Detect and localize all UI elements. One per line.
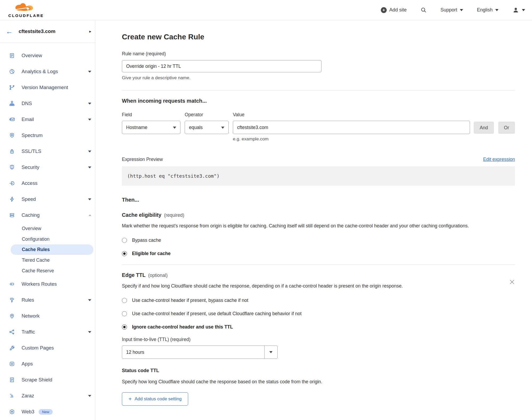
site-name: cftestsite3.com [19,28,55,34]
sidebar-item-overview[interactable]: Overview [0,48,95,64]
chevron-down-icon [495,9,498,11]
and-button[interactable]: And [474,122,494,134]
traffic-share-icon [9,329,15,335]
match-expression-row: Field Hostname Operator equals Value [122,112,515,142]
email-icon [9,116,15,123]
edge-ttl-heading: Edge TTL (optional) [122,272,515,278]
edit-expression-link[interactable]: Edit expression [483,157,515,162]
search-icon [420,7,427,13]
sidebar-item-ssl-tls[interactable]: SSL/TLS [0,143,95,159]
edge-ttl-options: Use cache-control header if present, byp… [122,298,515,330]
add-status-code-setting-button[interactable]: + Add status code setting [122,392,188,406]
sidebar-item-workers-routes[interactable]: Workers Routes [0,276,95,292]
version-icon [9,84,15,91]
field-select[interactable]: Hostname [122,121,180,134]
custom-pages-wrench-icon [9,345,15,351]
section-divider [122,90,515,90]
cloudflare-cloud-icon [10,2,42,13]
status-code-ttl-heading: Status code TTL [122,368,515,373]
sidebar-item-dns[interactable]: DNS [0,95,95,111]
match-heading: When incoming requests match... [122,98,515,104]
value-label: Value [233,112,470,118]
search-button[interactable] [420,7,427,13]
security-shield-icon [9,164,15,171]
sidebar-item-security[interactable]: Security [0,159,95,175]
radio-use-header-bypass[interactable]: Use cache-control header if present, byp… [122,298,515,303]
cloudflare-logo: CLOUDFLARE [0,2,47,18]
sidebar-item-email[interactable]: Email [0,111,95,127]
new-badge: New [39,409,53,415]
sidebar-item-rules[interactable]: Rules [0,292,95,308]
sidebar-subitem-configuration[interactable]: Configuration [0,234,95,244]
chevron-down-icon [88,198,91,200]
radio-use-header-default[interactable]: Use cache-control header if present, use… [122,311,515,317]
sidebar-item-apps[interactable]: Apps [0,356,95,372]
chevron-down-icon [88,299,91,301]
sidebar-item-network[interactable]: Network [0,308,95,324]
or-button[interactable]: Or [498,122,515,134]
operator-select[interactable]: equals [185,121,229,134]
sidebar-subitem-cache-reserve[interactable]: Cache Reserve [0,265,95,276]
language-menu[interactable]: English [477,7,498,13]
field-label: Field [122,112,180,118]
sidebar-item-spectrum[interactable]: Spectrum [0,127,95,143]
edge-ttl-description: Specify if and how long Cloudflare shoul… [122,282,451,290]
overview-icon [9,52,15,59]
user-icon [512,7,519,14]
cloudflare-wordmark: CLOUDFLARE [8,13,44,18]
sidebar-item-speed[interactable]: Speed [0,191,95,207]
radio-ignore-header-use-ttl[interactable]: Ignore cache-control header and use this… [122,324,515,330]
sidebar-subitem-caching-overview[interactable]: Overview [0,223,95,234]
ttl-select[interactable]: 12 hours [122,346,278,359]
back-arrow-icon[interactable]: ← [6,28,13,35]
sidebar-item-custom-pages[interactable]: Custom Pages [0,340,95,356]
close-icon[interactable] [509,279,515,285]
rule-name-input[interactable] [122,60,321,72]
chevron-down-icon [88,331,91,333]
spectrum-icon [9,132,15,139]
sidebar-item-caching[interactable]: Caching [0,207,95,223]
chevron-down-icon [88,395,91,397]
sidebar-item-traffic[interactable]: Traffic [0,324,95,340]
add-site-button[interactable]: + Add site [381,7,407,13]
account-menu[interactable] [512,7,525,14]
sidebar: ← cftestsite3.com ▸ Overview Analytics &… [0,20,95,420]
cache-eligibility-options: Bypass cache Eligible for cache [122,238,515,256]
speed-lightning-icon [9,196,15,202]
site-switcher-caret-icon[interactable]: ▸ [89,29,91,34]
access-icon [9,180,15,186]
support-menu[interactable]: Support [440,7,463,13]
status-code-ttl-description: Specify how long Cloudflare should cache… [122,378,515,385]
apps-icon [9,361,15,367]
chevron-down-icon [88,71,91,73]
sidebar-item-analytics-logs[interactable]: Analytics & Logs [0,64,95,80]
sidebar-item-access[interactable]: Access [0,175,95,191]
chevron-down-icon [88,103,91,105]
sidebar-subitem-cache-rules-active[interactable]: Cache Rules [11,244,93,255]
expression-preview-row: Expression Preview Edit expression [122,157,515,162]
sidebar-item-version-management[interactable]: Version Management [0,80,95,95]
sidebar-item-scrape-shield[interactable]: Scrape Shield [0,372,95,388]
analytics-icon [9,68,15,75]
radio-bypass-cache[interactable]: Bypass cache [122,238,515,243]
section-divider [122,264,515,265]
sidebar-nav: Overview Analytics & Logs Version Manage… [0,43,95,420]
ssl-lock-icon [9,148,15,155]
top-bar: CLOUDFLARE + Add site Support English [0,0,532,20]
value-input[interactable] [233,121,470,134]
radio-icon [122,311,127,316]
ttl-dropdown-button[interactable] [264,346,277,359]
plus-icon: + [129,396,132,402]
chevron-up-icon [89,214,91,216]
chevron-down-icon [221,127,224,129]
plus-circle-icon: + [381,7,387,13]
rules-funnel-icon [9,297,15,303]
sidebar-item-zaraz[interactable]: Zaraz [0,388,95,404]
ttl-input-label: Input time-to-live (TTL) (required) [122,337,515,342]
sidebar-item-web3[interactable]: Web3 New [0,404,95,420]
operator-label: Operator [185,112,229,118]
scrape-shield-icon [9,377,15,383]
radio-eligible-for-cache[interactable]: Eligible for cache [122,251,515,256]
sidebar-subitem-tiered-cache[interactable]: Tiered Cache [0,255,95,265]
value-helper: e.g. example.com [233,136,470,142]
